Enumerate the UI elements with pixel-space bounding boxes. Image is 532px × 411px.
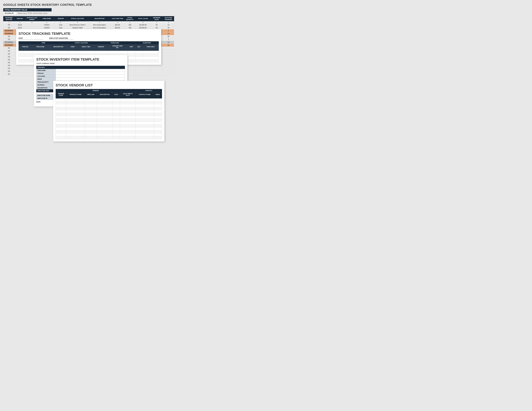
table-cell: 30 [163,26,174,29]
table-row [56,110,162,113]
table-cell [120,110,135,113]
item-field-label: ITEM NO. [37,72,56,75]
table-cell [56,101,66,104]
table-cell [66,131,85,133]
table-cell: REORDER [3,29,15,32]
table-cell [120,119,135,122]
table-cell: OK [3,67,15,70]
filter-desc[interactable]: ▼ [88,21,111,23]
table-cell [143,51,159,54]
table-cell: Cole [55,23,66,26]
sub-description: DESCRIPTION▼ [48,45,68,51]
col-stock-qty: STOCKQUANTITY [124,16,135,21]
table-cell: OK [3,35,15,38]
table-cell [113,104,120,107]
table-cell [56,131,66,133]
filter-total[interactable]: ▼ [135,21,150,23]
table-cell [85,131,97,133]
table-cell [85,104,97,107]
table-row [56,122,162,125]
table-cell [66,119,85,122]
table-cell [97,122,113,125]
table-cell [85,101,97,104]
table-cell: 200 [124,23,135,26]
filter-qty[interactable]: ▼ [124,21,135,23]
table-cell: 100 [124,26,135,29]
table-cell [135,122,154,125]
filter-vendor[interactable]: ▼ [55,21,66,23]
table-cell [113,98,120,101]
filter-days[interactable]: ▼ [163,21,174,23]
table-cell [135,131,154,133]
table-cell [120,131,135,133]
table-cell: REORDER [3,32,15,35]
item-field-row: ITEM NAME [37,69,125,72]
contact-group-header: CONTACT [135,89,162,92]
table-cell: Item B description [88,26,111,29]
date-field: DATE [19,37,43,40]
table-cell: OK [3,61,15,64]
table-cell [97,136,113,139]
table-row [56,101,162,104]
filter-location[interactable]: ▼ [66,21,88,23]
table-row [56,104,162,107]
table-cell [97,125,113,128]
table-cell [97,128,113,131]
filter-reorder[interactable]: ▼ [3,21,15,23]
item-field-value[interactable] [56,72,125,75]
table-cell [113,101,120,104]
table-cell [135,51,143,54]
sub-contact-name: CONTACT NAME▼ [135,92,154,98]
item-field-value[interactable] [56,69,125,72]
table-cell [97,107,113,110]
item-field-label: ITEM QUANTITY [37,81,56,84]
table-cell [107,51,127,54]
table-cell [154,116,162,119]
table-cell [154,98,162,101]
table-cell [15,73,25,75]
table-cell [97,131,113,133]
filter-cost[interactable]: ▼ [111,21,124,23]
table-cell [120,122,135,125]
table-cell [56,122,66,125]
table-cell [163,58,174,61]
table-cell [85,107,97,110]
table-cell [154,104,162,107]
table-cell [97,98,113,101]
table-cell [97,119,113,122]
item-field-value[interactable] [56,78,125,81]
table-row [56,119,162,122]
sub-unit: UNIT▼ [127,45,135,51]
table-cell [163,49,174,52]
table-cell [163,70,174,73]
table-cell [135,113,154,116]
table-cell [56,136,66,139]
filter-reorder-level[interactable]: ▼ [150,21,163,23]
table-cell [127,51,135,54]
table-cell [150,67,163,70]
table-cell [66,122,85,125]
filter-item-name[interactable]: ▼ [38,21,55,23]
table-cell [135,59,143,62]
filter-item-no[interactable]: ▼ [15,21,25,23]
filter-date[interactable]: ▼ [25,21,38,23]
table-cell: ITEM B [38,26,55,29]
table-row [56,131,162,133]
vendor-table: VENDOR CONTACT VENDORNAME▼ PRODUCT NAME▼… [56,89,162,139]
table-cell [85,133,97,136]
table-cell [120,125,135,128]
item-field-value[interactable] [56,75,125,78]
table-cell [127,54,135,56]
table-cell [120,116,135,119]
table-cell [120,133,135,136]
table-cell [32,51,48,54]
table-cell: $2,000.00 [135,26,150,29]
table-cell [154,136,162,139]
table-cell [15,70,25,73]
table-cell: $2,000.00 [135,23,150,26]
item-info-header: ITEM INFO [37,66,125,69]
table-cell [66,125,85,128]
table-cell [97,116,113,119]
table-cell [56,116,66,119]
table-cell [154,119,162,122]
